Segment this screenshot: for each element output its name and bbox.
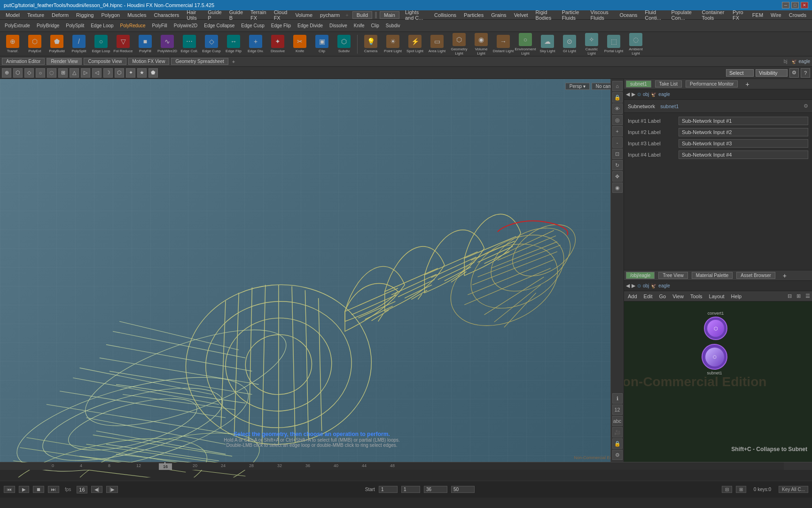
shelf-subdiv[interactable]: ⬡Subdiv: [333, 33, 355, 56]
shelf-polysplit[interactable]: /PolySplit: [68, 33, 90, 56]
tool-grid-icon[interactable]: ⊞: [58, 68, 68, 78]
tool-play-icon[interactable]: ▷: [81, 68, 90, 78]
toolbar-edgeflip[interactable]: Edge Flip: [268, 23, 294, 29]
menu-guideb[interactable]: Guide B: [226, 8, 247, 22]
zoom-out-timeline[interactable]: ⊟: [722, 486, 732, 493]
tool-hex-icon[interactable]: ⬡: [115, 68, 124, 78]
menu-grains[interactable]: Grains: [487, 11, 510, 19]
persp-button[interactable]: Persp ▾: [565, 83, 590, 90]
visibility-dropdown[interactable]: Visibility: [756, 69, 788, 77]
shelf-distantlight[interactable]: →Distant Light: [492, 33, 514, 56]
viewport[interactable]: Persp ▾ No cam ▾ Select the geometry, th…: [0, 79, 624, 462]
ng-go[interactable]: Go: [657, 294, 668, 299]
tab-subnet1[interactable]: subnet1: [626, 80, 651, 87]
rt-home[interactable]: ⌂: [612, 81, 623, 91]
menu-oceans[interactable]: Oceans: [616, 11, 641, 19]
start-frame-input[interactable]: [379, 486, 398, 493]
menu-rigging[interactable]: Rigging: [72, 11, 97, 19]
menu-particlefluids[interactable]: Particle Fluids: [558, 8, 587, 22]
ng-add[interactable]: Add: [626, 294, 639, 299]
tool-move-icon[interactable]: ⬡: [13, 68, 23, 78]
node-subnet1-box[interactable]: ⬡: [702, 344, 727, 370]
ng-icon-grid[interactable]: ⊞: [796, 293, 801, 299]
tool-star-icon[interactable]: ✦: [126, 68, 135, 78]
menu-characters[interactable]: Characters: [150, 11, 183, 19]
shelf-envlight[interactable]: ○Environment Light: [515, 33, 536, 56]
ng-tools[interactable]: Tools: [688, 294, 704, 299]
tool-select-icon[interactable]: ⊕: [2, 68, 11, 78]
rt-abc[interactable]: abc: [612, 416, 623, 426]
ng-edit[interactable]: Edit: [642, 294, 655, 299]
rt-lock2[interactable]: 🔒: [612, 438, 623, 449]
menu-particles[interactable]: Particles: [460, 11, 487, 19]
build-button[interactable]: Build: [352, 11, 372, 19]
tool-star2-icon[interactable]: ★: [137, 68, 147, 78]
rt-camera2[interactable]: 🎥: [612, 427, 623, 437]
tab-takelist[interactable]: Take List: [655, 80, 682, 87]
shelf-portallight[interactable]: ⬚Portal Light: [603, 33, 625, 56]
menu-rigidbodies[interactable]: Rigid Bodies: [532, 8, 558, 22]
menu-guidep[interactable]: Guide P: [204, 8, 225, 22]
input-4-value[interactable]: [679, 151, 808, 159]
rt-frame[interactable]: ⊡: [612, 149, 623, 159]
menu-texture[interactable]: Texture: [23, 11, 48, 19]
menu-hairutils[interactable]: Hair Utils: [183, 8, 204, 22]
rt-info[interactable]: ℹ: [612, 393, 623, 404]
shelf-ambientlight[interactable]: ◌Ambient Light: [625, 33, 647, 56]
shelf-transform[interactable]: ⊕Transf.: [2, 33, 23, 56]
menu-viscous[interactable]: Viscous Fluids: [587, 8, 616, 22]
node-graph[interactable]: Non-Commercial Edition convert1 ⬡ ⬡: [624, 302, 812, 462]
shelf-polybuild[interactable]: ⬟PolyBuild: [46, 33, 68, 56]
menu-populatecon[interactable]: Populate Con...: [667, 8, 698, 22]
toolbar-polyreduce[interactable]: PolyReduce: [117, 23, 148, 29]
rt-lock[interactable]: 🔒: [612, 92, 623, 103]
toolbar-edgecusp[interactable]: Edge Cusp: [238, 23, 267, 29]
close-button[interactable]: ✕: [801, 2, 808, 8]
rt-zoom-in[interactable]: +: [612, 126, 623, 136]
menu-pyrofx[interactable]: Pyro FX: [729, 8, 749, 22]
rt-settings[interactable]: ⚙: [612, 450, 623, 460]
help-icon[interactable]: ?: [801, 68, 810, 78]
menu-collisions[interactable]: Collisions: [430, 11, 460, 19]
select-dropdown[interactable]: Select: [726, 69, 754, 77]
tool-diamond-icon[interactable]: ⬟: [148, 68, 158, 78]
play-forward-button[interactable]: ⏭: [48, 486, 59, 493]
node-nav-forward[interactable]: ▶: [632, 283, 635, 289]
shelf-edgeflip[interactable]: ↔Edge Flip: [223, 33, 244, 56]
menu-lights[interactable]: Lights and C...: [401, 8, 430, 22]
node-convert1[interactable]: convert1 ⬡: [704, 311, 727, 340]
shelf-polywire[interactable]: ∿PolyWire2D: [156, 33, 178, 56]
shelf-dissolve[interactable]: ✦Dissolve: [267, 33, 289, 56]
tab-motionfxview[interactable]: Motion FX View: [128, 58, 170, 65]
toolbar-clip[interactable]: Clip: [368, 23, 382, 29]
add-view-button[interactable]: +: [232, 59, 235, 64]
toolbar-edgedivide[interactable]: Edge Divide: [295, 23, 326, 29]
shelf-light2[interactable]: ☀Point Light: [382, 33, 404, 56]
tool-scale-icon[interactable]: ○: [36, 68, 45, 78]
ng-icon-tree[interactable]: ☰: [805, 293, 810, 299]
shelf-edgecollapse[interactable]: ⋯Edge Coll.: [179, 33, 200, 56]
menu-containertools[interactable]: Container Tools: [698, 8, 729, 22]
nav-back[interactable]: ◀: [626, 91, 630, 97]
shelf-light4[interactable]: ▭Area Light: [426, 33, 448, 56]
rt-num[interactable]: 12: [612, 405, 623, 415]
play-button[interactable]: ▶: [19, 486, 29, 493]
ng-icon-list[interactable]: ⊟: [788, 293, 792, 299]
ng-view[interactable]: View: [671, 294, 686, 299]
tab-animeditor[interactable]: Animation Editor: [2, 58, 45, 65]
max-frame-input[interactable]: [451, 486, 475, 493]
add-panel-button[interactable]: +: [742, 79, 753, 89]
menu-terrainfx[interactable]: Terrain FX: [247, 8, 270, 22]
toolbar-edgecollapse[interactable]: Edge Collapse: [201, 23, 237, 29]
zoom-in-timeline[interactable]: ⊞: [736, 486, 746, 493]
add-panel-btn2[interactable]: +: [779, 271, 790, 280]
shelf-polyfill[interactable]: ■PolyFill: [134, 33, 156, 56]
frame-range-end[interactable]: [424, 486, 447, 493]
tab-compositeview[interactable]: Composite View: [84, 58, 126, 65]
shelf-gilight[interactable]: ⊙GI Light: [559, 33, 580, 56]
subnet-settings[interactable]: ⚙: [804, 103, 808, 109]
ng-help[interactable]: Help: [729, 294, 744, 299]
node-subnet1[interactable]: ⬡ subnet1: [702, 344, 727, 375]
play-back-button[interactable]: ⏮: [4, 486, 15, 493]
shelf-clip[interactable]: ▣Clip: [311, 33, 333, 56]
